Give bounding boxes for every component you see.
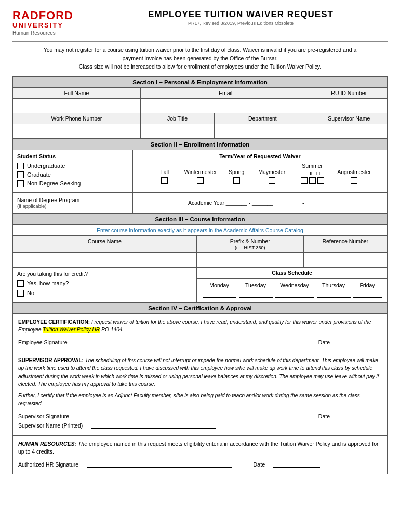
- col-email-label: Email: [140, 87, 311, 98]
- wednesday-time-field[interactable]: [275, 290, 314, 298]
- supervisor-date-field[interactable]: [335, 412, 382, 419]
- catalog-link[interactable]: Enter course information exactly as it a…: [15, 227, 385, 233]
- degree-program-label: Name of Degree Program: [17, 197, 128, 203]
- wintermester-checkbox[interactable]: [197, 177, 204, 184]
- term-fall-col: Fall: [149, 169, 180, 184]
- yes-credit-label: Yes, how many? _______: [27, 280, 92, 286]
- summer-iii-checkbox[interactable]: [317, 177, 324, 184]
- friday-label: Friday: [352, 282, 383, 288]
- hr-sig-row: Authorized HR Signature Date: [18, 460, 382, 468]
- term-wintermester-col: Wintermester: [184, 169, 217, 184]
- title-block: EMPLOYEE TUITION WAIVER REQUEST PR17, Re…: [73, 9, 388, 26]
- wintermester-label: Wintermester: [184, 169, 217, 175]
- spring-checkbox[interactable]: [233, 177, 240, 184]
- full-name-field[interactable]: [13, 98, 141, 113]
- notice: You may not register for a course using …: [12, 46, 388, 71]
- supervisor-name-field[interactable]: [91, 421, 216, 429]
- term-maymester-col: Maymester: [256, 169, 287, 184]
- undergraduate-checkbox[interactable]: [17, 163, 24, 169]
- hr-date-field[interactable]: [273, 460, 320, 468]
- credit-label: Are you taking this for credit?: [17, 271, 192, 277]
- academic-year-from[interactable]: [275, 200, 301, 206]
- graduate-checkbox[interactable]: [17, 171, 24, 178]
- supervisor-name-label: Supervisor Name (Printed): [18, 422, 83, 429]
- fall-checkbox[interactable]: [161, 177, 168, 184]
- prefix-sub: (i.e. HIST 360): [235, 245, 265, 250]
- job-title-field[interactable]: [140, 124, 214, 138]
- section3-table: Section III – Course Information Enter c…: [12, 214, 388, 302]
- col-course-name-label: Course Name: [13, 235, 197, 252]
- email-field[interactable]: [140, 98, 311, 113]
- summer-ii-checkbox[interactable]: [309, 177, 316, 184]
- auth-sig-line[interactable]: [87, 460, 232, 468]
- tuesday-time-field[interactable]: [239, 290, 273, 298]
- augustmester-checkbox[interactable]: [351, 177, 357, 184]
- friday-time-field[interactable]: [353, 290, 382, 298]
- supervisor-sig-label: Supervisor Signature: [18, 413, 69, 419]
- non-degree-label: Non-Degree-Seeking: [27, 180, 81, 187]
- tuesday-label: Tuesday: [237, 282, 274, 288]
- employee-sig-line[interactable]: [73, 338, 313, 345]
- prefix-number-field[interactable]: [197, 252, 304, 267]
- yes-credit-checkbox[interactable]: [17, 280, 24, 287]
- employee-cert-bold: EMPLOYEE CERTIFICATION:: [18, 319, 90, 325]
- academic-year-dash: -: [302, 200, 306, 206]
- employee-sig-label: Employee Signature: [18, 339, 68, 345]
- class-schedule-label: Class Schedule: [197, 267, 388, 278]
- academic-year-to[interactable]: [306, 200, 332, 206]
- notice-line1: You may not register for a course using …: [44, 47, 357, 53]
- logo-university: UNIVERSITY: [12, 22, 73, 29]
- section1-header: Section I – Personal & Employment Inform…: [13, 76, 388, 87]
- supervisor-approval-block: SUPERVISOR APPROVAL: The scheduling of t…: [18, 356, 382, 389]
- no-credit-row: No: [17, 290, 192, 297]
- graduate-row: Graduate: [17, 171, 128, 178]
- degree-program-sub: (if applicable): [17, 203, 128, 209]
- wednesday-label: Wednesday: [274, 282, 315, 288]
- form-subtitle: PR17, Revised 8/2019, Previous Editions …: [94, 21, 388, 26]
- section1-table: Section I – Personal & Employment Inform…: [12, 76, 388, 139]
- reference-number-field[interactable]: [303, 252, 387, 267]
- summer-label: Summer: [302, 163, 323, 169]
- term-augustmester-col: Augustmester: [337, 169, 371, 184]
- form-title: EMPLOYEE TUITION WAIVER REQUEST: [94, 9, 388, 20]
- section2-table: Section II – Enrollment Information Stud…: [12, 139, 388, 214]
- logo-block: RADFORD UNIVERSITY Human Resources: [12, 9, 73, 36]
- col-full-name-label: Full Name: [13, 87, 141, 98]
- supervisor-further-block: Further, I certify that if the employee …: [18, 392, 382, 408]
- term-year-label: Term/Year of Requested Waiver: [137, 153, 383, 159]
- augustmester-label: Augustmester: [337, 169, 371, 175]
- col-job-title-label: Job Title: [140, 113, 214, 124]
- hr-date-label: Date: [253, 461, 265, 468]
- employee-date-field[interactable]: [335, 338, 382, 345]
- page: RADFORD UNIVERSITY Human Resources EMPLO…: [0, 0, 400, 532]
- col-department-label: Department: [215, 113, 311, 124]
- monday-time-field[interactable]: [203, 290, 236, 298]
- summer-sub-labels: I II III: [304, 171, 320, 176]
- supervisor-date-label: Date: [318, 413, 330, 419]
- maymester-checkbox[interactable]: [269, 177, 275, 184]
- department-field[interactable]: [215, 124, 311, 138]
- supervisor-sig-line[interactable]: [74, 412, 313, 419]
- notice-line2: payment invoice has been generated by th…: [122, 55, 277, 61]
- section3-header: Section III – Course Information: [13, 214, 388, 224]
- work-phone-field[interactable]: [13, 124, 141, 138]
- supervisor-name-field[interactable]: [311, 124, 387, 138]
- hr-italic: The: [76, 441, 87, 447]
- undergraduate-row: Undergraduate: [17, 163, 128, 169]
- student-status-label: Student Status: [17, 153, 128, 159]
- summer-i-checkbox[interactable]: [301, 177, 308, 184]
- no-credit-checkbox[interactable]: [17, 290, 24, 297]
- spring-label: Spring: [229, 169, 244, 175]
- tuition-waiver-link: Tuition Waiver Policy HR: [43, 327, 100, 332]
- term-summer-col: Summer I II III: [291, 163, 333, 184]
- ru-id-field[interactable]: [311, 98, 387, 113]
- section4-header: Section IV – Certification & Approval: [13, 302, 388, 313]
- employee-date-label: Date: [318, 339, 330, 345]
- non-degree-checkbox[interactable]: [17, 180, 24, 187]
- hr-text: HUMAN RESOURCES: The employee named in t…: [18, 440, 382, 457]
- course-name-field[interactable]: [13, 252, 197, 267]
- section4-table: Section IV – Certification & Approval EM…: [12, 302, 388, 435]
- thursday-time-field[interactable]: [317, 290, 351, 298]
- supervisor-sig-row: Supervisor Signature Date: [18, 412, 382, 419]
- non-degree-row: Non-Degree-Seeking: [17, 180, 128, 187]
